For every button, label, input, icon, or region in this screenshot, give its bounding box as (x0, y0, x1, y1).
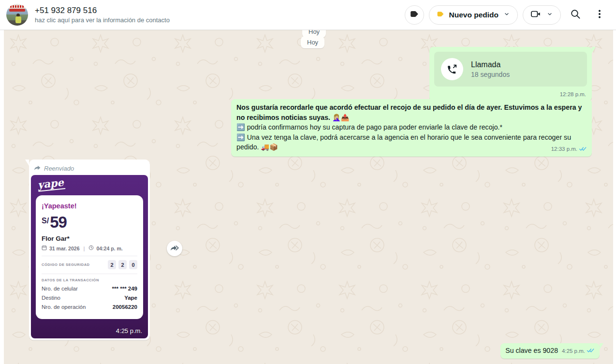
transaction-row: Destino Yape (42, 295, 137, 301)
reminder-line2: ➡️ podría confirmarnos hoy su captura de… (236, 123, 502, 131)
search-icon (570, 8, 581, 22)
transaction-row: Nro. de operación 20056220 (42, 304, 137, 310)
order-tag-icon (436, 10, 445, 20)
message-timestamp: 4:25 p.m. (562, 348, 585, 354)
transaction-row-value: 20056220 (113, 304, 137, 310)
menu-button[interactable] (590, 5, 609, 25)
outgoing-call-icon (441, 58, 463, 80)
security-code-label: CÓDIGO DE SEGURIDAD (42, 262, 90, 267)
chat-messages-panel: Hoy Hoy Llamada 18 segundos 12:28 p.m. N… (4, 30, 613, 364)
transaction-row-value: *** *** 249 (112, 286, 137, 291)
call-info-panel[interactable]: Llamada 18 segundos (434, 52, 587, 87)
receipt-amount: S/ 59 (42, 214, 137, 231)
order-status-dropdown[interactable]: Nuevo pedido (429, 5, 518, 25)
transaction-row: Nro. de celular *** *** 249 (42, 286, 137, 291)
message-call-outgoing[interactable]: Llamada 18 segundos 12:28 p.m. (429, 47, 592, 101)
contact-avatar[interactable] (6, 4, 28, 26)
transaction-row-label: Nro. de operación (42, 304, 86, 310)
video-camera-icon (530, 8, 542, 22)
transaction-data-label: DATOS DE LA TRANSACCIÓN (42, 278, 137, 282)
message-receipt-incoming[interactable]: Reenviado yape ¡Yapeaste! S/ 59 Flor Gar… (29, 160, 150, 340)
yape-receipt-card: ¡Yapeaste! S/ 59 Flor Gar* 31 mar. 2026 … (36, 195, 143, 319)
security-code-row: CÓDIGO DE SEGURIDAD 2 2 0 (42, 260, 137, 269)
forwarded-row: Reenviado (31, 161, 148, 175)
payee-name: Flor Gar* (42, 235, 137, 242)
forward-arrow-icon (33, 164, 41, 173)
forward-message-button[interactable] (167, 241, 182, 256)
read-receipt-double-check-icon (587, 348, 595, 354)
message-meta: 4:25 p.m. (562, 348, 595, 354)
avatar-banner-decoration (9, 9, 25, 12)
key-message-text: Su clave es 9028 (505, 347, 558, 354)
message-timestamp: 4:25 p.m. (116, 327, 142, 335)
receipt-datetime-row: 31 mar. 2026 | 04:24 p. m. (42, 245, 137, 251)
security-digit: 2 (108, 260, 116, 269)
message-key-outgoing[interactable]: Su clave es 9028 4:25 p.m. (500, 343, 600, 359)
forwarded-label: Reenviado (44, 165, 74, 172)
kebab-menu-icon (594, 8, 605, 22)
call-texts: Llamada 18 segundos (471, 60, 510, 78)
message-reminder-outgoing[interactable]: Nos gustaría recordarle que acordó efect… (231, 99, 592, 157)
contact-info-hint: haz clic aquí para ver la información de… (35, 16, 170, 25)
order-status-label: Nuevo pedido (449, 11, 499, 19)
clock-icon (88, 245, 94, 251)
yape-logo: yape (37, 176, 65, 192)
currency-symbol: S/ (42, 217, 49, 225)
message-timestamp: 12:33 p.m. (551, 144, 577, 154)
receipt-hour: 04:24 p. m. (96, 246, 122, 251)
header-actions: Nuevo pedido (405, 5, 609, 25)
receipt-date: 31 mar. 2026 (49, 246, 79, 251)
call-title: Llamada (471, 60, 510, 69)
avatar-banner-decoration (10, 5, 24, 8)
amount-value: 59 (50, 214, 67, 231)
contact-info[interactable]: +51 932 879 516 haz clic aquí para ver l… (35, 5, 170, 25)
transaction-row-label: Destino (42, 295, 60, 301)
security-code-digits: 2 2 0 (108, 260, 137, 269)
calendar-icon (42, 245, 47, 251)
reminder-line3: ➡️ Una vez tenga la clave, podrá acercar… (236, 133, 571, 151)
receipt-title: ¡Yapeaste! (42, 202, 137, 210)
meta-separator: | (83, 246, 85, 251)
date-chip: Hoy (301, 36, 324, 48)
search-button[interactable] (566, 5, 585, 25)
message-meta: 12:33 p.m. (551, 144, 587, 154)
labels-button[interactable] (405, 5, 424, 25)
contact-phone-title: +51 932 879 516 (35, 5, 170, 15)
avatar-person-decoration (15, 16, 21, 23)
video-call-dropdown[interactable] (523, 5, 561, 25)
call-duration: 18 segundos (471, 71, 510, 78)
forward-all-icon (170, 244, 179, 254)
chevron-down-icon (546, 10, 554, 20)
yape-receipt-image[interactable]: yape ¡Yapeaste! S/ 59 Flor Gar* 31 mar. … (31, 175, 148, 338)
transaction-row-value: Yape (124, 295, 137, 301)
reminder-emojis: 🤦🏼‍♀️📤 (330, 114, 349, 121)
reminder-bold-text: Nos gustaría recordarle que acordó efect… (236, 103, 582, 121)
chat-header: +51 932 879 516 haz clic aquí para ver l… (0, 0, 616, 30)
transaction-row-label: Nro. de celular (42, 286, 78, 291)
chevron-down-icon (503, 10, 511, 20)
security-digit: 2 (118, 260, 127, 269)
label-tag-icon (409, 9, 420, 21)
security-digit: 0 (129, 260, 137, 269)
read-receipt-double-check-icon (579, 144, 587, 154)
